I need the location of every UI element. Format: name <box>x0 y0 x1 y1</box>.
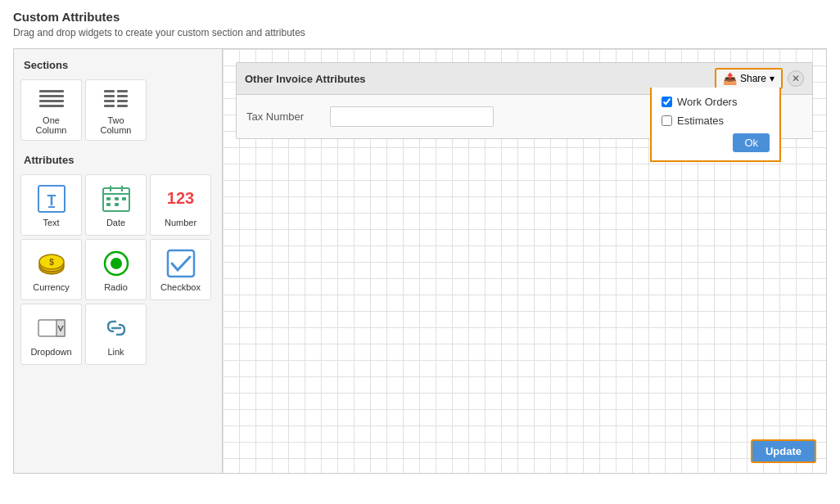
canvas-area: Other Invoice Attributes 📤 Share ▾ <box>223 49 826 473</box>
field-label: Tax Number <box>246 110 320 123</box>
share-dropdown-item-work-orders: Work Orders <box>662 96 770 108</box>
widget-radio[interactable]: Radio <box>85 239 147 300</box>
main-content: Sections One Column <box>13 48 827 474</box>
svg-text:$: $ <box>49 258 54 267</box>
dropdown-label: Dropdown <box>30 347 71 357</box>
currency-label: Currency <box>33 282 70 292</box>
two-column-icon <box>101 85 132 112</box>
one-column-icon <box>36 85 67 112</box>
update-btn-wrapper: Update <box>751 439 816 463</box>
share-dropdown: Work Orders Estimates Ok <box>650 88 781 162</box>
dropdown-icon <box>36 313 67 344</box>
text-label: Text <box>43 218 59 227</box>
attributes-grid: T Text <box>20 174 215 365</box>
link-icon <box>101 313 132 344</box>
widget-dropdown[interactable]: Dropdown <box>20 304 82 365</box>
close-button[interactable]: ✕ <box>788 70 804 87</box>
radio-icon <box>101 248 132 279</box>
checkbox-label: Checkbox <box>160 282 201 292</box>
ok-button[interactable]: Ok <box>733 133 770 152</box>
section-card: Other Invoice Attributes 📤 Share ▾ <box>236 62 813 139</box>
currency-icon: $ <box>36 248 67 279</box>
section-title: Other Invoice Attributes <box>245 73 366 85</box>
svg-rect-10 <box>106 203 111 206</box>
text-icon: T <box>36 183 67 214</box>
number-label: Number <box>165 218 196 227</box>
share-dropdown-item-estimates: Estimates <box>662 115 770 127</box>
share-btn-wrapper: 📤 Share ▾ Work Orders <box>715 68 783 89</box>
widget-checkbox[interactable]: Checkbox <box>150 239 211 300</box>
widget-date[interactable]: Date <box>85 174 147 236</box>
share-button[interactable]: 📤 Share ▾ <box>716 70 781 88</box>
date-icon <box>101 183 132 214</box>
radio-label: Radio <box>104 282 128 292</box>
sections-grid: One Column Two Column <box>20 79 215 141</box>
page-wrapper: Custom Attributes Drag and drop widgets … <box>0 0 840 504</box>
sections-title: Sections <box>20 59 215 71</box>
widget-two-column[interactable]: Two Column <box>85 79 147 141</box>
share-label: Share <box>740 73 766 84</box>
share-chevron-icon: ▾ <box>770 73 775 84</box>
widget-link[interactable]: Link <box>85 304 147 365</box>
two-column-label: Two Column <box>91 115 141 135</box>
work-orders-checkbox[interactable] <box>662 97 672 107</box>
date-label: Date <box>106 218 125 227</box>
svg-rect-20 <box>56 320 65 336</box>
number-icon: 123 <box>165 183 196 214</box>
svg-rect-11 <box>115 203 119 206</box>
work-orders-label: Work Orders <box>677 96 737 108</box>
close-icon: ✕ <box>792 73 800 84</box>
section-header-right: 📤 Share ▾ Work Orders <box>715 68 804 89</box>
page-subtitle: Drag and drop widgets to create your cus… <box>13 27 827 38</box>
sidebar: Sections One Column <box>14 49 223 473</box>
section-header: Other Invoice Attributes 📤 Share ▾ <box>237 63 812 95</box>
tax-number-input[interactable] <box>330 106 494 127</box>
widget-currency[interactable]: $ Currency <box>20 239 82 300</box>
svg-point-17 <box>111 258 122 269</box>
svg-rect-9 <box>122 197 126 200</box>
widget-text[interactable]: T Text <box>20 174 82 236</box>
widget-number[interactable]: 123 Number <box>150 174 211 236</box>
page-title: Custom Attributes <box>13 10 827 24</box>
svg-rect-8 <box>115 197 119 200</box>
checkbox-icon <box>165 248 196 279</box>
widget-one-column[interactable]: One Column <box>20 79 82 141</box>
svg-rect-7 <box>106 197 111 200</box>
estimates-label: Estimates <box>677 115 724 127</box>
attributes-title: Attributes <box>20 154 215 166</box>
estimates-checkbox[interactable] <box>662 115 672 126</box>
share-icon: 📤 <box>723 72 737 85</box>
link-label: Link <box>107 347 124 357</box>
one-column-label: One Column <box>26 115 76 135</box>
update-button[interactable]: Update <box>751 439 816 463</box>
